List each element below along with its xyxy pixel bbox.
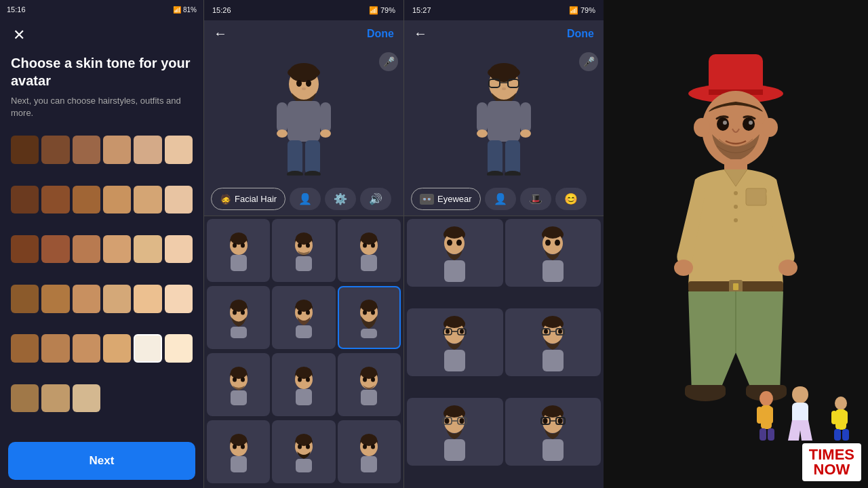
color-swatch-22[interactable]	[103, 285, 131, 312]
color-swatch-14[interactable]	[41, 235, 69, 263]
svg-point-144	[543, 405, 562, 418]
eyewear-option-none-2[interactable]	[505, 219, 601, 287]
svg-point-67	[371, 377, 375, 382]
svg-point-148	[542, 418, 547, 424]
eyewear-option-glasses-3[interactable]	[407, 398, 503, 466]
eyewear-option-glasses-2[interactable]	[505, 308, 601, 376]
color-swatch-10[interactable]	[103, 186, 131, 214]
svg-point-3	[296, 80, 302, 87]
color-swatch-5[interactable]	[134, 136, 161, 163]
panel3-header: ← Done	[404, 20, 604, 47]
svg-point-78	[298, 444, 302, 449]
tab-facial-hair[interactable]: 🧔 Facial Hair	[211, 188, 285, 210]
color-swatch-8[interactable]	[41, 186, 69, 214]
svg-point-2	[289, 63, 319, 82]
svg-rect-74	[231, 456, 247, 472]
tab-emoji[interactable]: 😊	[555, 188, 587, 210]
hair-option-7[interactable]	[207, 353, 270, 416]
color-swatch-3[interactable]	[73, 136, 100, 163]
color-swatch-33[interactable]	[73, 384, 100, 412]
tab-settings-2[interactable]: ⚙️	[325, 188, 356, 210]
color-swatch-6[interactable]	[165, 136, 193, 163]
next-button[interactable]: Next	[8, 442, 195, 480]
svg-rect-181	[768, 428, 774, 441]
svg-point-166	[674, 260, 693, 276]
panel2-header: ← Done	[204, 20, 403, 47]
hair-option-11[interactable]	[272, 420, 335, 483]
avatar-3d-panel: TIMES NOW	[604, 0, 868, 488]
hair-option-12[interactable]	[338, 420, 401, 483]
color-swatch-28[interactable]	[103, 334, 131, 362]
color-swatch-2[interactable]	[41, 136, 69, 163]
done-button-2[interactable]: Done	[367, 28, 394, 40]
back-button-2[interactable]: ←	[214, 26, 227, 41]
hair-option-6[interactable]	[338, 286, 401, 349]
color-swatch-11[interactable]	[134, 186, 161, 214]
tab-person-2[interactable]: 👤	[290, 188, 321, 210]
hair-option-2[interactable]	[272, 219, 335, 282]
back-button-3[interactable]: ←	[414, 26, 427, 41]
eyewear-option-glasses-4[interactable]	[505, 398, 601, 466]
color-swatch-26[interactable]	[41, 334, 69, 362]
hair-option-8[interactable]	[272, 353, 335, 416]
hair-option-9[interactable]	[338, 353, 401, 416]
color-swatch-17[interactable]	[134, 235, 161, 263]
color-swatch-20[interactable]	[41, 285, 69, 312]
color-swatch-7[interactable]	[11, 186, 39, 214]
color-swatch-29[interactable]	[134, 334, 161, 362]
tab-audio-2[interactable]: 🔊	[360, 188, 391, 210]
color-swatch-4[interactable]	[103, 136, 131, 163]
svg-point-23	[296, 232, 312, 245]
settings-icon-2: ⚙️	[334, 192, 347, 205]
color-swatch-13[interactable]	[11, 235, 39, 263]
eyewear-option-none-1[interactable]	[407, 219, 503, 287]
hair-option-4[interactable]	[207, 286, 270, 349]
color-swatch-12[interactable]	[165, 186, 193, 214]
color-swatch-16[interactable]	[103, 235, 131, 263]
color-swatch-18[interactable]	[165, 235, 193, 263]
svg-rect-189	[842, 429, 849, 441]
hair-option-5[interactable]	[272, 286, 335, 349]
times-text: TIMES	[809, 447, 854, 462]
close-button[interactable]: ✕	[8, 24, 30, 46]
hair-option-3[interactable]	[338, 219, 401, 282]
color-swatch-27[interactable]	[73, 334, 100, 362]
svg-point-140	[460, 418, 465, 424]
time-3: 15:27	[412, 6, 431, 14]
svg-rect-99	[488, 140, 502, 174]
color-swatch-31[interactable]	[11, 384, 39, 412]
close-icon: ✕	[13, 26, 25, 44]
color-swatch-9[interactable]	[73, 186, 100, 214]
color-swatch-1[interactable]	[11, 136, 39, 163]
times-now-badge: TIMES NOW	[802, 443, 861, 481]
svg-point-113	[555, 239, 560, 245]
done-button-3[interactable]: Done	[567, 28, 594, 40]
svg-rect-152	[709, 54, 763, 95]
svg-point-41	[296, 300, 312, 312]
color-swatch-30[interactable]	[165, 334, 193, 362]
mic-button-3[interactable]: 🎤	[579, 52, 598, 71]
color-swatch-19[interactable]	[11, 285, 39, 312]
svg-point-126	[543, 316, 562, 328]
color-swatch-25[interactable]	[11, 334, 39, 362]
svg-point-17	[231, 232, 247, 245]
color-swatch-32[interactable]	[41, 384, 69, 412]
tab-hat[interactable]: 🎩	[520, 188, 551, 210]
svg-point-149	[557, 418, 562, 424]
svg-rect-178	[757, 407, 762, 424]
color-swatch-21[interactable]	[73, 285, 100, 312]
svg-point-66	[363, 377, 367, 382]
tab-eyewear[interactable]: 👓 Eyewear	[411, 188, 481, 210]
skin-color-grid	[0, 130, 203, 436]
eyewear-option-glasses-1[interactable]	[407, 308, 503, 376]
tab-person-3[interactable]: 👤	[485, 188, 516, 210]
color-swatch-23[interactable]	[134, 285, 161, 312]
status-icons-1: 📶 81%	[173, 6, 197, 14]
color-swatch-15[interactable]	[73, 235, 100, 263]
status-icons-2: 📶 79%	[369, 6, 395, 15]
hair-option-10[interactable]	[207, 420, 270, 483]
status-bar-1: 15:16 📶 81%	[0, 0, 203, 19]
hair-option-1[interactable]	[207, 219, 270, 282]
color-swatch-24[interactable]	[165, 285, 193, 312]
mic-button-2[interactable]: 🎤	[379, 52, 398, 71]
